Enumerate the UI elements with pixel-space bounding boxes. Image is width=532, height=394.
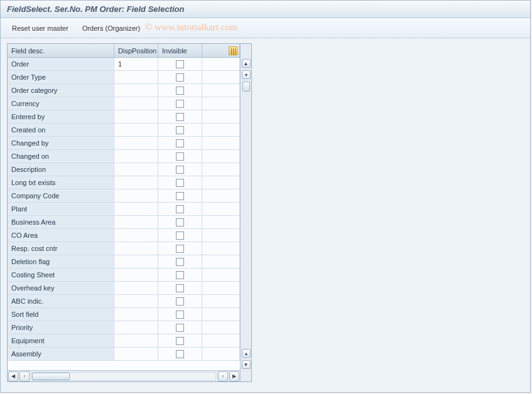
- table-row: Order1: [8, 58, 240, 71]
- disp-position-cell[interactable]: [114, 97, 158, 110]
- invisible-cell: [158, 110, 202, 123]
- invisible-checkbox[interactable]: [176, 311, 184, 319]
- invisible-checkbox[interactable]: [176, 113, 184, 121]
- disp-position-cell[interactable]: [114, 203, 158, 215]
- row-tail: [202, 216, 240, 228]
- disp-position-cell[interactable]: [114, 308, 158, 321]
- invisible-checkbox[interactable]: [176, 284, 184, 292]
- scroll-right-button[interactable]: ›: [218, 371, 228, 381]
- col-header-disp-position[interactable]: DispPosition: [114, 44, 158, 57]
- field-desc-cell[interactable]: Plant: [8, 203, 114, 215]
- field-desc-cell[interactable]: Costing Sheet: [8, 269, 114, 281]
- field-desc-cell[interactable]: Changed on: [8, 150, 114, 162]
- invisible-checkbox[interactable]: [176, 297, 184, 306]
- field-desc-cell[interactable]: Description: [8, 163, 114, 176]
- invisible-checkbox[interactable]: [176, 73, 184, 82]
- disp-position-cell[interactable]: [114, 269, 158, 281]
- col-header-field-desc[interactable]: Field desc.: [8, 44, 114, 57]
- invisible-checkbox[interactable]: [176, 60, 184, 68]
- disp-position-cell[interactable]: [114, 124, 158, 136]
- disp-position-cell[interactable]: [114, 348, 158, 360]
- invisible-checkbox[interactable]: [176, 258, 184, 266]
- field-desc-cell[interactable]: Order category: [8, 84, 114, 97]
- disp-position-cell[interactable]: [114, 137, 158, 149]
- horizontal-scrollbar: ◀ ‹ › ▶: [8, 370, 240, 381]
- invisible-checkbox[interactable]: [176, 271, 184, 279]
- table-row: Order Type: [8, 71, 240, 84]
- invisible-checkbox[interactable]: [176, 100, 184, 108]
- invisible-checkbox[interactable]: [176, 350, 184, 358]
- scroll-down-button[interactable]: ▴: [242, 349, 251, 358]
- vscroll-thumb[interactable]: [242, 82, 250, 92]
- field-desc-cell[interactable]: Order Type: [8, 71, 114, 83]
- disp-position-cell[interactable]: [114, 216, 158, 228]
- disp-position-cell[interactable]: [114, 242, 158, 255]
- disp-position-cell[interactable]: [114, 282, 158, 294]
- scroll-up-start-button[interactable]: ▲: [242, 59, 251, 68]
- disp-position-cell[interactable]: 1: [114, 58, 158, 70]
- disp-position-cell[interactable]: [114, 110, 158, 123]
- invisible-checkbox[interactable]: [176, 245, 184, 253]
- field-desc-cell[interactable]: Company Code: [8, 189, 114, 202]
- field-desc-cell[interactable]: Assembly: [8, 348, 114, 360]
- invisible-checkbox[interactable]: [176, 218, 184, 226]
- invisible-checkbox[interactable]: [176, 324, 184, 332]
- disp-position-cell[interactable]: [114, 163, 158, 176]
- field-desc-cell[interactable]: Changed by: [8, 137, 114, 149]
- scroll-left-start-button[interactable]: ◀: [8, 371, 18, 381]
- invisible-checkbox[interactable]: [176, 139, 184, 147]
- invisible-checkbox[interactable]: [176, 87, 184, 95]
- invisible-checkbox[interactable]: [176, 126, 184, 134]
- scroll-left-button[interactable]: ‹: [19, 371, 30, 381]
- disp-position-cell[interactable]: [114, 295, 158, 307]
- scroll-right-end-button[interactable]: ▶: [229, 371, 239, 381]
- hscroll-thumb[interactable]: [32, 373, 70, 380]
- field-desc-cell[interactable]: Deletion flag: [8, 255, 114, 268]
- invisible-checkbox[interactable]: [176, 192, 184, 200]
- disp-position-cell[interactable]: [114, 84, 158, 97]
- invisible-checkbox[interactable]: [176, 179, 184, 187]
- hscroll-track[interactable]: [31, 372, 216, 381]
- scroll-up-button[interactable]: ▾: [242, 70, 251, 79]
- scroll-down-end-button[interactable]: ▼: [242, 360, 251, 369]
- field-desc-cell[interactable]: Currency: [8, 97, 114, 110]
- field-desc-cell[interactable]: Created on: [8, 124, 114, 136]
- invisible-checkbox[interactable]: [176, 166, 184, 174]
- invisible-checkbox[interactable]: [176, 337, 184, 345]
- field-desc-cell[interactable]: Equipment: [8, 334, 114, 347]
- field-desc-cell[interactable]: ABC indic.: [8, 295, 114, 307]
- field-desc-cell[interactable]: Overhead key: [8, 282, 114, 294]
- field-desc-cell[interactable]: Sort field: [8, 308, 114, 321]
- invisible-cell: [158, 282, 202, 294]
- invisible-checkbox[interactable]: [176, 152, 184, 161]
- disp-position-cell[interactable]: [114, 229, 158, 242]
- col-header-invisible[interactable]: Invisible: [158, 44, 202, 57]
- disp-position-cell[interactable]: [114, 189, 158, 202]
- field-desc-cell[interactable]: CO Area: [8, 229, 114, 242]
- orders-organizer-button[interactable]: Orders (Organizer): [77, 22, 145, 35]
- field-desc-cell[interactable]: Order: [8, 58, 114, 70]
- field-desc-cell[interactable]: Priority: [8, 321, 114, 334]
- reset-user-master-button[interactable]: Reset user master: [7, 22, 73, 35]
- grid-header-row: Field desc. DispPosition Invisible: [8, 44, 240, 58]
- disp-position-cell[interactable]: [114, 334, 158, 347]
- invisible-checkbox[interactable]: [176, 232, 184, 240]
- row-tail: [202, 84, 240, 97]
- table-settings-icon[interactable]: [229, 46, 237, 55]
- field-desc-cell[interactable]: Business Area: [8, 216, 114, 228]
- invisible-checkbox[interactable]: [176, 205, 184, 213]
- disp-position-cell[interactable]: [114, 321, 158, 334]
- invisible-cell: [158, 229, 202, 242]
- field-desc-cell[interactable]: Entered by: [8, 110, 114, 123]
- field-desc-cell[interactable]: Resp. cost cntr: [8, 242, 114, 255]
- field-desc-cell[interactable]: Long txt exists: [8, 176, 114, 189]
- row-tail: [202, 321, 240, 334]
- watermark-text: © www.tutorialkart.com: [145, 22, 237, 33]
- row-tail: [202, 150, 240, 162]
- disp-position-cell[interactable]: [114, 150, 158, 162]
- table-row: Priority: [8, 321, 240, 334]
- disp-position-cell[interactable]: [114, 71, 158, 83]
- disp-position-cell[interactable]: [114, 176, 158, 189]
- invisible-cell: [158, 255, 202, 268]
- disp-position-cell[interactable]: [114, 255, 158, 268]
